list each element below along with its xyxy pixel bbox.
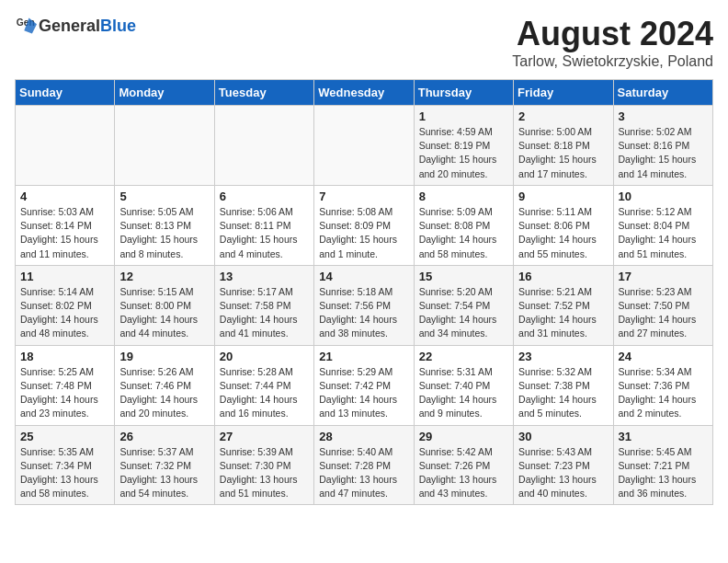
calendar-cell: 21Sunrise: 5:29 AM Sunset: 7:42 PM Dayli… bbox=[314, 345, 414, 425]
calendar-cell: 19Sunrise: 5:26 AM Sunset: 7:46 PM Dayli… bbox=[115, 345, 214, 425]
day-number: 23 bbox=[518, 350, 608, 363]
day-number: 25 bbox=[20, 430, 109, 443]
calendar-cell: 13Sunrise: 5:17 AM Sunset: 7:58 PM Dayli… bbox=[214, 265, 313, 345]
day-info: Sunrise: 5:06 AM Sunset: 8:11 PM Dayligh… bbox=[220, 205, 309, 261]
day-number: 29 bbox=[419, 430, 508, 443]
day-info: Sunrise: 5:28 AM Sunset: 7:44 PM Dayligh… bbox=[220, 365, 309, 421]
day-info: Sunrise: 5:37 AM Sunset: 7:32 PM Dayligh… bbox=[119, 445, 209, 501]
calendar-week-row: 25Sunrise: 5:35 AM Sunset: 7:34 PM Dayli… bbox=[16, 425, 713, 505]
day-info: Sunrise: 5:15 AM Sunset: 8:00 PM Dayligh… bbox=[119, 285, 209, 341]
calendar-cell: 22Sunrise: 5:31 AM Sunset: 7:40 PM Dayli… bbox=[414, 345, 513, 425]
logo: Gen GeneralBlue bbox=[15, 15, 136, 37]
day-number: 30 bbox=[518, 430, 608, 443]
day-number: 4 bbox=[20, 190, 109, 203]
calendar-cell: 17Sunrise: 5:23 AM Sunset: 7:50 PM Dayli… bbox=[613, 265, 712, 345]
day-number: 16 bbox=[518, 270, 608, 283]
calendar-cell: 7Sunrise: 5:08 AM Sunset: 8:09 PM Daylig… bbox=[314, 185, 414, 265]
day-number: 6 bbox=[220, 190, 309, 203]
weekday-header-wednesday: Wednesday bbox=[314, 80, 414, 106]
calendar-week-row: 18Sunrise: 5:25 AM Sunset: 7:48 PM Dayli… bbox=[16, 345, 713, 425]
month-title: August 2024 bbox=[512, 15, 713, 53]
day-number: 27 bbox=[220, 430, 309, 443]
day-info: Sunrise: 5:39 AM Sunset: 7:30 PM Dayligh… bbox=[220, 445, 309, 501]
day-info: Sunrise: 4:59 AM Sunset: 8:19 PM Dayligh… bbox=[419, 125, 508, 181]
day-info: Sunrise: 5:03 AM Sunset: 8:14 PM Dayligh… bbox=[20, 205, 109, 261]
day-info: Sunrise: 5:23 AM Sunset: 7:50 PM Dayligh… bbox=[619, 285, 708, 341]
day-number: 2 bbox=[518, 109, 608, 123]
day-number: 20 bbox=[220, 350, 309, 363]
calendar-week-row: 11Sunrise: 5:14 AM Sunset: 8:02 PM Dayli… bbox=[16, 265, 713, 345]
day-info: Sunrise: 5:45 AM Sunset: 7:21 PM Dayligh… bbox=[619, 445, 708, 501]
calendar-cell: 1Sunrise: 4:59 AM Sunset: 8:19 PM Daylig… bbox=[414, 106, 513, 186]
location-subtitle: Tarlow, Swietokrzyskie, Poland bbox=[512, 53, 713, 70]
day-info: Sunrise: 5:26 AM Sunset: 7:46 PM Dayligh… bbox=[119, 365, 209, 421]
day-number: 14 bbox=[319, 270, 408, 283]
day-number: 21 bbox=[319, 350, 408, 363]
day-number: 17 bbox=[619, 270, 708, 283]
weekday-header-monday: Monday bbox=[115, 80, 214, 106]
calendar-cell: 27Sunrise: 5:39 AM Sunset: 7:30 PM Dayli… bbox=[214, 425, 313, 505]
day-info: Sunrise: 5:09 AM Sunset: 8:08 PM Dayligh… bbox=[419, 205, 508, 261]
calendar-cell: 30Sunrise: 5:43 AM Sunset: 7:23 PM Dayli… bbox=[514, 425, 613, 505]
day-number: 5 bbox=[119, 190, 209, 203]
day-info: Sunrise: 5:20 AM Sunset: 7:54 PM Dayligh… bbox=[419, 285, 508, 341]
day-info: Sunrise: 5:17 AM Sunset: 7:58 PM Dayligh… bbox=[220, 285, 309, 341]
calendar-cell bbox=[115, 106, 214, 186]
day-number: 3 bbox=[619, 109, 708, 123]
calendar-table: SundayMondayTuesdayWednesdayThursdayFrid… bbox=[15, 79, 713, 505]
day-number: 24 bbox=[619, 350, 708, 363]
calendar-cell: 23Sunrise: 5:32 AM Sunset: 7:38 PM Dayli… bbox=[514, 345, 613, 425]
calendar-cell: 28Sunrise: 5:40 AM Sunset: 7:28 PM Dayli… bbox=[314, 425, 414, 505]
day-number: 7 bbox=[319, 190, 408, 203]
day-info: Sunrise: 5:11 AM Sunset: 8:06 PM Dayligh… bbox=[518, 205, 608, 261]
day-info: Sunrise: 5:12 AM Sunset: 8:04 PM Dayligh… bbox=[619, 205, 708, 261]
calendar-week-row: 1Sunrise: 4:59 AM Sunset: 8:19 PM Daylig… bbox=[16, 106, 713, 186]
calendar-cell: 20Sunrise: 5:28 AM Sunset: 7:44 PM Dayli… bbox=[214, 345, 313, 425]
calendar-cell: 25Sunrise: 5:35 AM Sunset: 7:34 PM Dayli… bbox=[16, 425, 115, 505]
day-info: Sunrise: 5:40 AM Sunset: 7:28 PM Dayligh… bbox=[319, 445, 408, 501]
calendar-cell: 8Sunrise: 5:09 AM Sunset: 8:08 PM Daylig… bbox=[414, 185, 513, 265]
day-info: Sunrise: 5:00 AM Sunset: 8:18 PM Dayligh… bbox=[518, 125, 608, 181]
day-info: Sunrise: 5:14 AM Sunset: 8:02 PM Dayligh… bbox=[20, 285, 109, 341]
day-info: Sunrise: 5:21 AM Sunset: 7:52 PM Dayligh… bbox=[518, 285, 608, 341]
day-number: 26 bbox=[119, 430, 209, 443]
calendar-cell: 29Sunrise: 5:42 AM Sunset: 7:26 PM Dayli… bbox=[414, 425, 513, 505]
day-number: 8 bbox=[419, 190, 508, 203]
day-number: 10 bbox=[619, 190, 708, 203]
calendar-cell: 2Sunrise: 5:00 AM Sunset: 8:18 PM Daylig… bbox=[514, 106, 613, 186]
calendar-cell: 3Sunrise: 5:02 AM Sunset: 8:16 PM Daylig… bbox=[613, 106, 712, 186]
calendar-cell bbox=[314, 106, 414, 186]
day-number: 15 bbox=[419, 270, 508, 283]
day-number: 1 bbox=[419, 109, 508, 123]
calendar-cell: 24Sunrise: 5:34 AM Sunset: 7:36 PM Dayli… bbox=[613, 345, 712, 425]
day-number: 28 bbox=[319, 430, 408, 443]
calendar-cell: 10Sunrise: 5:12 AM Sunset: 8:04 PM Dayli… bbox=[613, 185, 712, 265]
calendar-cell: 4Sunrise: 5:03 AM Sunset: 8:14 PM Daylig… bbox=[16, 185, 115, 265]
day-info: Sunrise: 5:43 AM Sunset: 7:23 PM Dayligh… bbox=[518, 445, 608, 501]
logo-general-text: General bbox=[39, 17, 100, 35]
calendar-cell: 15Sunrise: 5:20 AM Sunset: 7:54 PM Dayli… bbox=[414, 265, 513, 345]
day-info: Sunrise: 5:31 AM Sunset: 7:40 PM Dayligh… bbox=[419, 365, 508, 421]
calendar-cell: 5Sunrise: 5:05 AM Sunset: 8:13 PM Daylig… bbox=[115, 185, 214, 265]
calendar-cell: 18Sunrise: 5:25 AM Sunset: 7:48 PM Dayli… bbox=[16, 345, 115, 425]
day-info: Sunrise: 5:08 AM Sunset: 8:09 PM Dayligh… bbox=[319, 205, 408, 261]
calendar-cell: 14Sunrise: 5:18 AM Sunset: 7:56 PM Dayli… bbox=[314, 265, 414, 345]
logo-blue-text: Blue bbox=[100, 17, 136, 35]
day-number: 12 bbox=[119, 270, 209, 283]
day-info: Sunrise: 5:05 AM Sunset: 8:13 PM Dayligh… bbox=[119, 205, 209, 261]
day-number: 31 bbox=[619, 430, 708, 443]
day-info: Sunrise: 5:02 AM Sunset: 8:16 PM Dayligh… bbox=[619, 125, 708, 181]
day-number: 19 bbox=[119, 350, 209, 363]
weekday-header-tuesday: Tuesday bbox=[214, 80, 313, 106]
day-info: Sunrise: 5:35 AM Sunset: 7:34 PM Dayligh… bbox=[20, 445, 109, 501]
calendar-cell: 12Sunrise: 5:15 AM Sunset: 8:00 PM Dayli… bbox=[115, 265, 214, 345]
day-number: 11 bbox=[20, 270, 109, 283]
calendar-week-row: 4Sunrise: 5:03 AM Sunset: 8:14 PM Daylig… bbox=[16, 185, 713, 265]
day-number: 13 bbox=[220, 270, 309, 283]
calendar-cell: 9Sunrise: 5:11 AM Sunset: 8:06 PM Daylig… bbox=[514, 185, 613, 265]
weekday-header-thursday: Thursday bbox=[414, 80, 513, 106]
weekday-header-friday: Friday bbox=[514, 80, 613, 106]
calendar-cell: 6Sunrise: 5:06 AM Sunset: 8:11 PM Daylig… bbox=[214, 185, 313, 265]
calendar-cell: 11Sunrise: 5:14 AM Sunset: 8:02 PM Dayli… bbox=[16, 265, 115, 345]
day-info: Sunrise: 5:34 AM Sunset: 7:36 PM Dayligh… bbox=[619, 365, 708, 421]
